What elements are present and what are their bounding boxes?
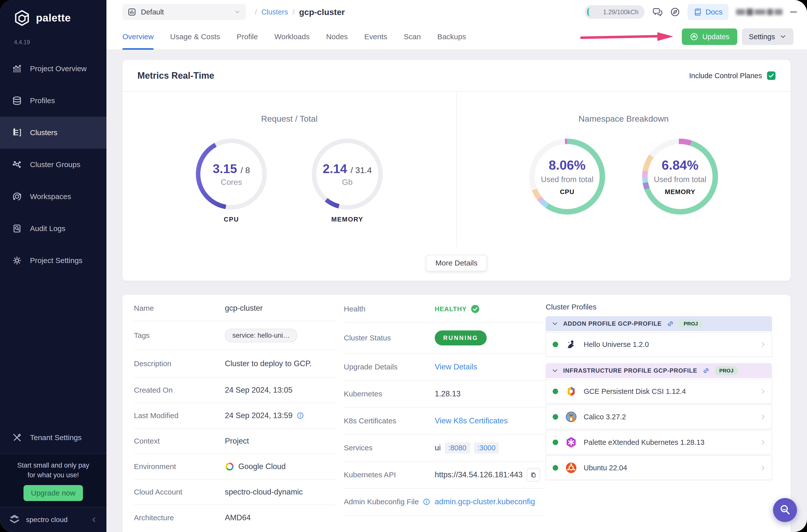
sidebar-item-label: Profiles [30,96,55,105]
project-selector-value: Default [141,8,164,16]
sidebar-item-audit-logs[interactable]: Audit Logs [0,212,107,245]
tab-events[interactable]: Events [364,24,387,50]
kubeconfig-download-link[interactable]: admin.gcp-cluster.kubeconfig [435,497,535,506]
palette-extended-kubernetes-icon [565,436,577,448]
profile-layer-calico[interactable]: Calico 3.27.2 [546,405,772,429]
upgrade-text: Start small and only pay for what you us… [7,460,99,480]
brand-name: palette [36,12,71,24]
tab-profile[interactable]: Profile [237,24,258,50]
google-cloud-icon [225,462,234,471]
gauge-value: 2.14 [323,162,347,176]
breadcrumb-clusters-link[interactable]: Clusters [261,8,288,16]
chat-button[interactable] [652,7,662,17]
sidebar-item-tenant-settings[interactable]: Tenant Settings [0,422,107,454]
cluster-status-badge: RUNNING [435,330,487,345]
profile-layer-ubuntu[interactable]: Ubuntu 22.04 [546,456,772,480]
cpu-namespace-donut: 8.06% Used from total CPU [529,139,605,214]
include-control-planes-checkbox[interactable] [767,72,775,80]
palette-logo[interactable]: palette [13,9,107,27]
updates-button[interactable]: Updates [682,28,737,45]
palette-logo-icon [13,9,31,27]
detail-row-tags: Tags service: hello-uni… [134,321,336,350]
search-fab-button[interactable] [773,498,797,522]
main-area: Default / Clusters / gcp-cluster 1.29/10… [107,0,807,532]
sidebar-item-profiles[interactable]: Profiles [0,85,107,117]
sidebar: palette 4.4.19 Project Overview Profiles [0,0,107,532]
chevron-right-icon [759,439,767,446]
footer-brand: spectro cloud [26,516,68,524]
chevron-down-icon [552,367,558,374]
gauge-unit: Cores [221,177,242,187]
breadcrumb: / Clusters / gcp-cluster [255,7,345,17]
upgrade-now-button[interactable]: Upgrade now [23,485,83,501]
tabs: Overview Usage & Costs Profile Workloads… [123,24,466,50]
sidebar-item-cluster-groups[interactable]: Cluster Groups [0,149,107,180]
sidebar-item-clusters[interactable]: Clusters [0,117,107,149]
tab-usage-costs[interactable]: Usage & Costs [170,24,220,50]
tag-pill[interactable]: service: hello-uni… [225,329,297,342]
project-selector[interactable]: Default [123,4,246,20]
info-icon[interactable] [297,412,304,419]
addon-profile-header[interactable]: ADDON PROFILE GCP-PROFILE PROJ [546,316,772,331]
infrastructure-profile-header[interactable]: INFRASTRUCTURE PROFILE GCP-PROFILE PROJ [546,363,772,378]
tab-overview[interactable]: Overview [123,24,154,50]
tab-nodes[interactable]: Nodes [326,24,348,50]
sidebar-item-label: Audit Logs [30,224,65,233]
healthy-check-icon [471,304,480,314]
link-icon [702,367,710,374]
more-details-button[interactable]: More Details [426,255,487,271]
detail-row-name: Name gcp-cluster [134,296,336,321]
collapse-sidebar-button[interactable] [91,516,97,523]
gear-icon [12,255,22,266]
app-version: 4.4.19 [14,39,107,46]
gauge-label: MEMORY [331,215,363,223]
copy-icon [530,471,537,478]
details-middle-column: Health HEALTHY Cluster Status [344,296,546,532]
service-port-link[interactable]: :8080 [445,442,470,454]
profile-layer-palette-extended-kubernetes[interactable]: Palette eXtended Kubernetes 1.28.13 [546,430,772,455]
chevron-down-icon [552,320,558,327]
tab-backups[interactable]: Backups [437,24,466,50]
sidebar-item-label: Cluster Groups [30,160,80,169]
description-value: Cluster to deploy to GCP. [225,359,312,368]
settings-button[interactable]: Settings [742,28,793,45]
sidebar-item-workspaces[interactable]: Workspaces [0,180,107,212]
explore-button[interactable] [670,7,680,17]
include-control-planes-label: Include Control Planes [689,72,762,80]
sidebar-item-project-overview[interactable]: Project Overview [0,53,107,85]
chevron-left-icon [91,516,97,523]
detail-row-kubernetes-api: Kubernetes API https://34.54.126.181:443 [344,461,546,489]
menu-dash-icon[interactable] [790,11,797,13]
usage-counter[interactable]: 1.29/100kCh [585,5,644,19]
environment-value: Google Cloud [238,462,286,471]
topbar-right: 1.29/100kCh Docs [585,4,797,20]
gauge-unit: Gb [342,177,353,187]
sidebar-item-project-settings[interactable]: Project Settings [0,245,107,277]
spectro-cloud-logo [8,513,21,526]
user-name-redacted[interactable] [736,8,783,16]
docs-button[interactable]: Docs [688,4,729,20]
detail-row-upgrade-details: Upgrade Details View Details [344,354,546,381]
copy-button[interactable] [527,468,540,481]
tab-workloads[interactable]: Workloads [274,24,309,50]
detail-row-services: Services ui :8080 :3000 [344,435,546,461]
bar-chart-icon [12,64,22,74]
detail-row-created-on: Created On 24 Sep 2024, 13:05 [134,378,336,403]
content-area: Metrics Real-Time Include Control Planes… [107,50,807,532]
service-port-link[interactable]: :3000 [474,442,499,454]
check-icon [769,73,774,78]
breadcrumb-separator: / [255,8,257,16]
profile-layer-hello-universe[interactable]: Hello Universe 1.2.0 [546,332,772,357]
tools-icon [12,433,22,442]
donut-percent: 6.84% [662,158,698,173]
tab-scan[interactable]: Scan [404,24,421,50]
health-status-badge: HEALTHY [435,305,467,313]
settings-label: Settings [749,33,775,41]
info-icon[interactable] [423,498,430,506]
hello-universe-icon [565,338,577,350]
profile-layer-gce-persistent-disk[interactable]: GCE Persistent Disk CSI 1.12.4 [546,379,772,404]
view-k8s-certificates-link[interactable]: View K8s Certificates [435,416,508,425]
upgrade-banner: Start small and only pay for what you us… [0,454,107,507]
view-details-link[interactable]: View Details [435,362,477,372]
sidebar-item-label: Tenant Settings [30,433,82,442]
